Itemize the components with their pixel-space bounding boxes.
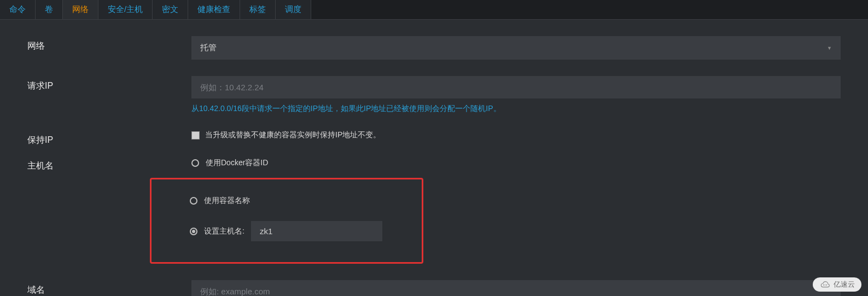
network-select[interactable]: 托管 ▼ bbox=[191, 36, 841, 60]
request-ip-help: 从10.42.0.0/16段中请求一个指定的IP地址，如果此IP地址已经被使用则… bbox=[191, 104, 841, 114]
tab-security-host[interactable]: 安全/主机 bbox=[98, 0, 153, 19]
tab-healthcheck[interactable]: 健康检查 bbox=[188, 0, 240, 19]
request-ip-input[interactable] bbox=[191, 76, 841, 98]
hostname-radio-docker-id-label: 使用Docker容器ID bbox=[206, 158, 268, 168]
tabs-bar: 命令 卷 网络 安全/主机 密文 健康检查 标签 调度 bbox=[0, 0, 868, 20]
hostname-radio-container-name[interactable] bbox=[190, 197, 197, 205]
footer-badge: 亿速云 bbox=[813, 277, 861, 292]
keep-ip-checkbox[interactable] bbox=[191, 131, 200, 140]
svg-point-1 bbox=[825, 285, 826, 286]
request-ip-row: 请求IP 从10.42.0.0/16段中请求一个指定的IP地址，如果此IP地址已… bbox=[27, 76, 841, 114]
tab-scheduling[interactable]: 调度 bbox=[276, 0, 311, 19]
form-content: 网络 托管 ▼ 请求IP 从10.42.0.0/16段中请求一个指定的IP地址，… bbox=[0, 20, 868, 296]
footer-badge-label: 亿速云 bbox=[834, 280, 855, 289]
domain-input[interactable] bbox=[191, 280, 841, 296]
cloud-icon bbox=[819, 281, 830, 288]
keep-ip-row: 保持IP 当升级或替换不健康的容器实例时保持IP地址不变。 bbox=[27, 130, 841, 146]
svg-point-0 bbox=[823, 285, 824, 286]
hostname-row: 主机名 使用Docker容器ID 使用容器名称 设置主机名: bbox=[27, 156, 841, 264]
network-label: 网络 bbox=[27, 36, 191, 52]
tab-network[interactable]: 网络 bbox=[63, 0, 98, 19]
domain-label: 域名 bbox=[27, 280, 191, 296]
hostname-custom-input[interactable] bbox=[251, 221, 382, 241]
domain-row: 域名 bbox=[27, 280, 841, 296]
keep-ip-label: 保持IP bbox=[27, 130, 191, 146]
chevron-down-icon: ▼ bbox=[827, 45, 832, 51]
hostname-radio-custom[interactable] bbox=[190, 228, 197, 235]
keep-ip-checkbox-label: 当升级或替换不健康的容器实例时保持IP地址不变。 bbox=[205, 130, 381, 140]
network-row: 网络 托管 ▼ bbox=[27, 36, 841, 60]
tab-command[interactable]: 命令 bbox=[0, 0, 36, 19]
tab-volume[interactable]: 卷 bbox=[36, 0, 63, 19]
hostname-radio-container-name-label: 使用容器名称 bbox=[204, 196, 250, 206]
hostname-radio-custom-label: 设置主机名: bbox=[204, 227, 244, 236]
hostname-highlight-box: 使用容器名称 设置主机名: bbox=[150, 178, 423, 264]
hostname-radio-docker-id[interactable] bbox=[191, 159, 199, 167]
request-ip-label: 请求IP bbox=[27, 76, 191, 92]
network-select-value: 托管 bbox=[200, 43, 217, 53]
hostname-radio-group: 使用Docker容器ID 使用容器名称 设置主机名: bbox=[191, 156, 841, 264]
tab-labels[interactable]: 标签 bbox=[240, 0, 276, 19]
tab-secrets[interactable]: 密文 bbox=[153, 0, 188, 19]
hostname-label: 主机名 bbox=[27, 156, 191, 172]
